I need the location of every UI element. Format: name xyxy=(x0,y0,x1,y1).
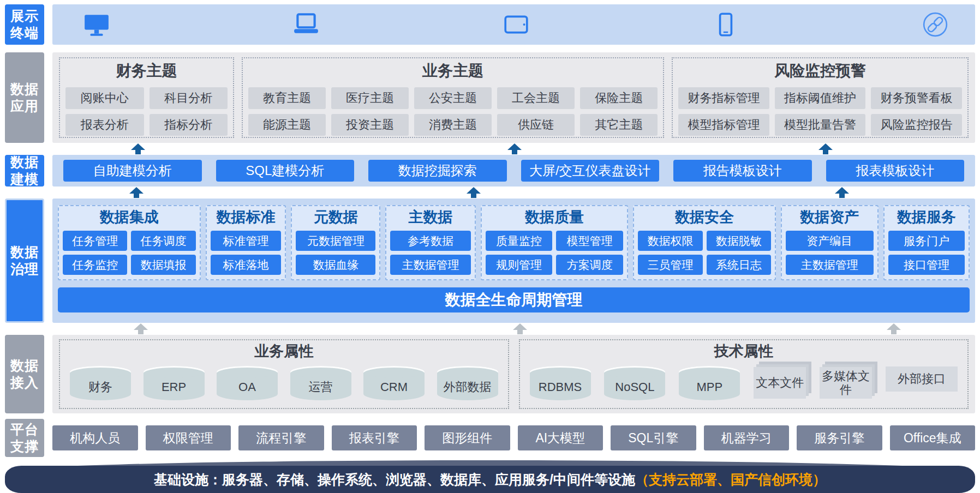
platform-button[interactable]: 权限管理 xyxy=(146,425,231,450)
governance-button[interactable]: 服务门户 xyxy=(888,231,965,251)
band-label-line: 数据 xyxy=(10,357,39,374)
button-row: 任务管理任务调度 xyxy=(63,231,196,251)
platform-button[interactable]: 流程引擎 xyxy=(238,425,324,450)
governance-button[interactable]: 接口管理 xyxy=(888,255,965,275)
application-strip: 财务主题阅账中心科目分析报表分析指标分析业务主题教育主题医疗主题公安主题工会主题… xyxy=(52,52,975,143)
architecture-diagram: 展示 终端 数据 应用 财务主题阅账中心科目分析报表分析指标分析业务主题教育主题… xyxy=(0,0,980,493)
governance-button[interactable]: 系统日志 xyxy=(707,255,771,275)
governance-button[interactable]: 任务调度 xyxy=(131,231,195,251)
app-item-button[interactable]: 保险主题 xyxy=(580,87,658,109)
governance-columns: 数据集成任务管理任务调度任务监控数据填报数据标准标准管理标准落地元数据元数据管理… xyxy=(58,205,970,280)
app-item-button[interactable]: 能源主题 xyxy=(248,114,326,136)
infrastructure-highlight: （支持云部署、国产信创环境） xyxy=(635,471,826,489)
app-item-button[interactable]: 消费主题 xyxy=(414,114,492,136)
governance-column: 数据服务服务门户接口管理 xyxy=(883,205,970,280)
theme-group: 业务主题教育主题医疗主题公安主题工会主题保险主题能源主题投资主题消费主题供应链其… xyxy=(242,57,664,138)
governance-button[interactable]: 数据权限 xyxy=(638,231,702,251)
band-governance: 数据 治理 数据集成任务管理任务调度任务监控数据填报数据标准标准管理标准落地元数… xyxy=(5,199,975,323)
governance-button[interactable]: 元数据管理 xyxy=(296,231,375,251)
modeling-button[interactable]: 报告模板设计 xyxy=(673,160,812,182)
source-label: CRM xyxy=(380,380,408,394)
app-item-button[interactable]: 公安主题 xyxy=(414,87,492,109)
button-row: 服务门户 xyxy=(888,231,965,251)
governance-column-title: 元数据 xyxy=(296,207,375,227)
governance-button[interactable]: 任务管理 xyxy=(63,231,127,251)
source-label: NoSQL xyxy=(615,380,654,394)
app-item-button[interactable]: 报表分析 xyxy=(65,114,144,136)
band-access: 数据 接入 业务属性财务ERPOA运营CRM外部数据技术属性RDBMSNoSQL… xyxy=(5,335,975,413)
app-item-button[interactable]: 投资主题 xyxy=(331,114,409,136)
platform-button[interactable]: 机构人员 xyxy=(52,425,138,450)
modeling-button[interactable]: 自助建模分析 xyxy=(63,160,202,182)
governance-button[interactable]: 标准落地 xyxy=(211,255,282,275)
governance-button[interactable]: 任务监控 xyxy=(63,255,127,275)
platform-button[interactable]: 报表引擎 xyxy=(332,425,417,450)
theme-group: 财务主题阅账中心科目分析报表分析指标分析 xyxy=(59,57,234,138)
group-title: 风险监控预警 xyxy=(678,59,962,82)
governance-button[interactable]: 标准管理 xyxy=(211,231,282,251)
modeling-strip: 自助建模分析SQL建模分析数据挖掘探索大屏/交互仪表盘设计报告模板设计报表模板设… xyxy=(52,155,975,187)
app-item-button[interactable]: 工会主题 xyxy=(497,87,575,109)
app-item-button[interactable]: 教育主题 xyxy=(248,87,326,109)
modeling-button[interactable]: 大屏/交互仪表盘设计 xyxy=(521,160,660,182)
governance-button[interactable]: 数据血缘 xyxy=(296,255,375,275)
governance-column-title: 主数据 xyxy=(390,207,470,227)
app-item-button[interactable]: 其它主题 xyxy=(580,114,658,136)
button-row: 数据血缘 xyxy=(296,255,375,275)
governance-button[interactable]: 三员管理 xyxy=(638,255,702,275)
governance-button[interactable]: 主数据管理 xyxy=(390,255,470,275)
infrastructure-text: 基础设施：服务器、存储、操作系统、浏览器、数据库、应用服务/中间件等设施 xyxy=(154,471,635,489)
governance-button[interactable]: 主数据管理 xyxy=(786,255,874,275)
button-row: 教育主题医疗主题公安主题工会主题保险主题 xyxy=(248,87,658,109)
app-item-button[interactable]: 风险监控报告 xyxy=(871,114,962,136)
governance-column-title: 数据资产 xyxy=(786,207,874,227)
governance-button[interactable]: 资产编目 xyxy=(786,231,874,251)
governance-button[interactable]: 数据脱敏 xyxy=(707,231,771,251)
button-row: 接口管理 xyxy=(888,255,965,275)
theme-group: 风险监控预警财务指标管理指标阈值维护财务预警看板模型指标管理模型批量告警风险监控… xyxy=(672,57,969,138)
button-row: 质量监控模型管理 xyxy=(486,231,624,251)
platform-button[interactable]: SQL引擎 xyxy=(611,425,696,450)
source-label: 运营 xyxy=(309,379,333,395)
band-label-line: 接入 xyxy=(10,374,39,391)
button-row: 资产编目 xyxy=(786,231,874,251)
governance-button[interactable]: 方案调度 xyxy=(556,255,623,275)
app-item-button[interactable]: 模型批量告警 xyxy=(775,114,866,136)
button-row: 报表分析指标分析 xyxy=(65,114,228,136)
desktop-monitor-icon xyxy=(83,11,110,38)
app-item-button[interactable]: 科目分析 xyxy=(150,87,228,109)
modeling-button[interactable]: 数据挖掘探索 xyxy=(368,160,507,182)
platform-button[interactable]: 服务引擎 xyxy=(797,425,882,450)
app-item-button[interactable]: 阅账中心 xyxy=(65,87,144,109)
app-item-button[interactable]: 指标分析 xyxy=(150,114,228,136)
modeling-button[interactable]: 报表模板设计 xyxy=(826,160,965,182)
modeling-button[interactable]: SQL建模分析 xyxy=(216,160,355,182)
governance-button[interactable]: 参考数据 xyxy=(390,231,470,251)
platform-button[interactable]: AI大模型 xyxy=(518,425,603,450)
governance-column-title: 数据标准 xyxy=(211,207,282,227)
app-item-button[interactable]: 供应链 xyxy=(497,114,575,136)
app-item-button[interactable]: 财务指标管理 xyxy=(678,87,769,109)
platform-button[interactable]: 机器学习 xyxy=(704,425,790,450)
platform-strip: 机构人员权限管理流程引擎报表引擎图形组件AI大模型SQL引擎机器学习服务引擎Of… xyxy=(52,419,975,457)
governance-button[interactable]: 规则管理 xyxy=(486,255,553,275)
platform-button[interactable]: 图形组件 xyxy=(425,425,510,450)
database-cylinder: OA xyxy=(217,372,278,400)
terminal-strip xyxy=(52,4,975,45)
arrow-up-icon xyxy=(507,143,522,154)
band-label-governance: 数据 治理 xyxy=(5,199,44,323)
app-item-button[interactable]: 模型指标管理 xyxy=(678,114,769,136)
app-item-button[interactable]: 财务预警看板 xyxy=(871,87,962,109)
button-row: 主数据管理 xyxy=(786,255,874,275)
governance-button[interactable]: 模型管理 xyxy=(556,231,623,251)
governance-button[interactable]: 质量监控 xyxy=(486,231,553,251)
app-item-button[interactable]: 指标阈值维护 xyxy=(775,87,866,109)
app-item-button[interactable]: 医疗主题 xyxy=(331,87,409,109)
database-cylinder: NoSQL xyxy=(604,372,665,400)
governance-button[interactable]: 数据填报 xyxy=(131,255,195,275)
lifecycle-bar[interactable]: 数据全生命周期管理 xyxy=(58,287,970,312)
band-label-line: 数据 xyxy=(10,81,39,98)
arrow-row-modeling xyxy=(0,187,980,199)
platform-button[interactable]: Office集成 xyxy=(890,425,976,450)
source-label: ERP xyxy=(162,380,186,394)
